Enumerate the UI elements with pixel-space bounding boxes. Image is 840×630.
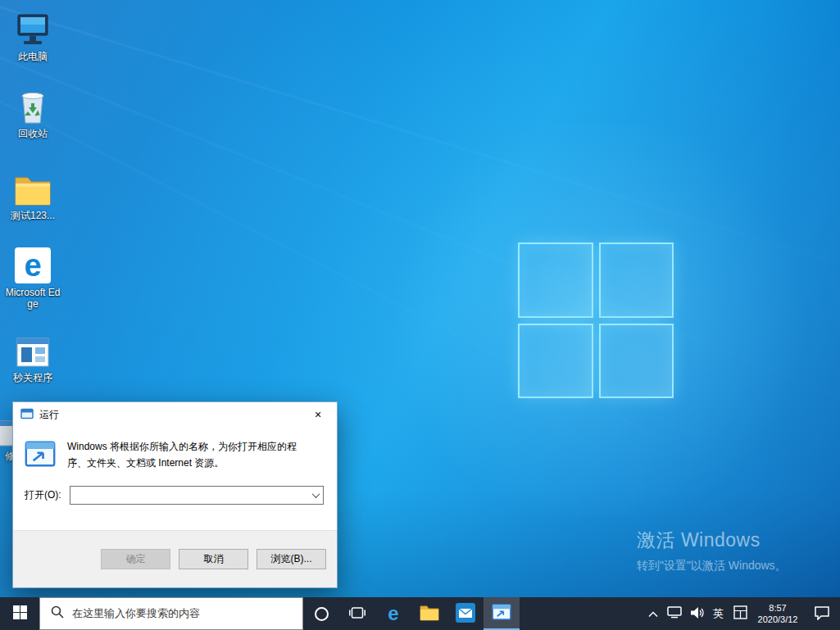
icon-label: 测试123...	[11, 210, 55, 221]
action-center-button[interactable]	[804, 597, 840, 630]
close-button[interactable]: ×	[299, 402, 337, 427]
windows-logo-pane	[599, 242, 674, 318]
activation-line2: 转到"设置"以激活 Windows。	[637, 559, 787, 573]
language-label: 英	[713, 606, 724, 621]
ime-icon	[733, 605, 747, 622]
dialog-title: 运行	[39, 408, 293, 422]
system-tray: 英 8:57 2020/3/12	[643, 597, 840, 630]
run-taskbar-button[interactable]	[484, 597, 520, 630]
icon-label: Microsoft Edge	[4, 287, 61, 310]
taskbar-clock[interactable]: 8:57 2020/3/12	[751, 597, 804, 630]
activation-line1: 激活 Windows	[637, 528, 787, 553]
activation-watermark: 激活 Windows 转到"设置"以激活 Windows。	[637, 528, 787, 573]
edge-icon: e	[15, 244, 51, 283]
windows-logo-pane	[518, 242, 593, 318]
taskbar: 在这里输入你要搜索的内容 e	[0, 597, 840, 630]
run-input[interactable]	[70, 487, 308, 504]
search-placeholder: 在这里输入你要搜索的内容	[72, 606, 200, 621]
dropdown-arrow-icon[interactable]	[308, 487, 323, 504]
tray-overflow-button[interactable]	[643, 597, 663, 630]
open-label: 打开(O):	[25, 488, 61, 502]
cancel-button[interactable]: 取消	[179, 549, 248, 569]
mail-icon	[456, 603, 475, 625]
ime-button[interactable]	[729, 597, 751, 630]
edge-taskbar-button[interactable]: e	[375, 597, 411, 630]
ok-button[interactable]: 确定	[101, 549, 170, 569]
file-explorer-button[interactable]	[411, 597, 447, 630]
desktop-icon-this-pc[interactable]: 此电脑	[4, 8, 61, 62]
start-button[interactable]	[0, 597, 39, 630]
folder-icon	[14, 167, 52, 206]
desktop-icon-microsoft-edge[interactable]: e Microsoft Edge	[4, 244, 61, 310]
program-icon	[15, 329, 51, 369]
browse-button[interactable]: 浏览(B)...	[257, 549, 326, 569]
run-dialog: 运行 × Windows 将根据你所输入的名称，为你打开相应的程序、文件夹、文档…	[12, 401, 338, 588]
icon-label: 回收站	[18, 128, 48, 139]
task-view-icon	[349, 605, 366, 623]
wallpaper-windows-logo	[518, 242, 674, 398]
run-combobox[interactable]	[70, 486, 324, 505]
dialog-button-row: 确定 取消 浏览(B)...	[13, 530, 337, 587]
run-title-icon	[20, 407, 34, 423]
this-pc-icon	[15, 8, 51, 48]
icon-label: 秒关程序	[13, 372, 52, 383]
task-view-button[interactable]	[339, 597, 375, 630]
windows-logo-pane	[518, 324, 593, 399]
taskbar-search[interactable]: 在这里输入你要搜索的内容	[39, 597, 303, 630]
cortana-icon	[315, 607, 329, 621]
desktop-icon-test-folder[interactable]: 测试123...	[4, 167, 61, 221]
clock-date: 2020/3/12	[758, 614, 798, 625]
file-explorer-icon	[420, 604, 439, 623]
run-dialog-icon	[25, 438, 56, 472]
desktop-icon-program[interactable]: 秒关程序	[4, 329, 61, 383]
edge-icon: e	[388, 604, 398, 623]
recycle-bin-icon	[16, 85, 49, 125]
volume-icon	[689, 606, 704, 622]
clock-time: 8:57	[769, 602, 786, 614]
network-button[interactable]	[663, 597, 685, 630]
windows-logo-pane	[599, 324, 674, 399]
mail-button[interactable]	[447, 597, 484, 630]
chevron-up-icon	[648, 608, 658, 620]
run-app-icon	[492, 602, 511, 624]
network-icon	[667, 606, 682, 621]
icon-label: 此电脑	[18, 51, 48, 62]
desktop-icon-recycle-bin[interactable]: 回收站	[4, 85, 61, 139]
run-dialog-body: Windows 将根据你所输入的名称，为你打开相应的程序、文件夹、文档或 Int…	[13, 427, 337, 530]
action-center-icon	[814, 605, 830, 623]
volume-button[interactable]	[685, 597, 707, 630]
cortana-button[interactable]	[303, 597, 339, 630]
search-icon	[51, 605, 64, 622]
dialog-description: Windows 将根据你所输入的名称，为你打开相应的程序、文件夹、文档或 Int…	[67, 438, 315, 472]
language-indicator[interactable]: 英	[707, 597, 729, 630]
run-dialog-titlebar[interactable]: 运行 ×	[13, 402, 337, 427]
windows-start-icon	[13, 605, 27, 622]
